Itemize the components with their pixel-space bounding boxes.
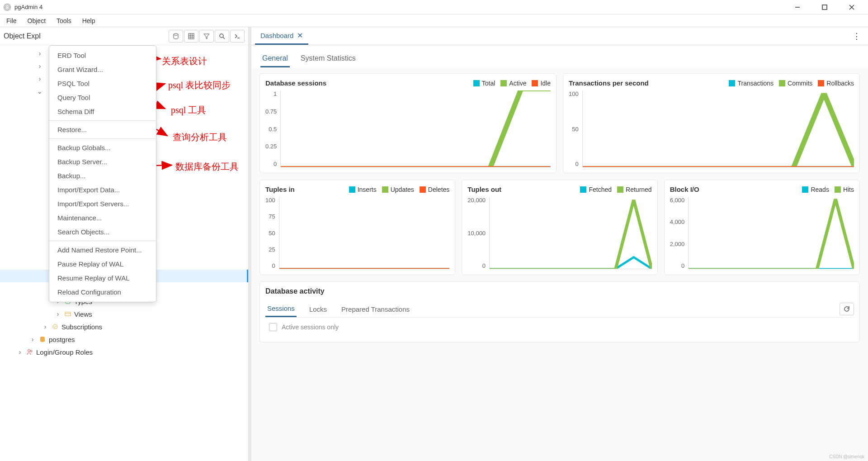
roles-icon — [25, 348, 34, 356]
legend-item: Active — [500, 80, 526, 87]
object-explorer-title: Object Expl — [4, 32, 169, 40]
close-button[interactable] — [843, 2, 861, 13]
menu-object[interactable]: Object — [23, 15, 50, 26]
menu-schema-diff[interactable]: Schema Diff — [49, 105, 156, 119]
activity-title: Database activity — [265, 287, 854, 295]
menu-query-tool[interactable]: Query Tool — [49, 90, 156, 105]
chevron-down-icon[interactable]: ⌄ — [36, 88, 43, 95]
chart-title: Transactions per second — [569, 79, 649, 87]
chevron-right-icon[interactable]: › — [36, 50, 43, 57]
maximize-button[interactable] — [816, 2, 834, 13]
tree-item[interactable]: ›Subscriptions — [0, 320, 248, 333]
menu-tools[interactable]: Tools — [52, 15, 76, 26]
dashboard-panel: Dashboard ✕ ⋮ General System Statistics … — [251, 27, 868, 461]
menu-divider — [49, 138, 156, 139]
active-sessions-checkbox[interactable] — [269, 323, 277, 331]
chart-title: Tuples in — [265, 185, 295, 193]
chevron-icon[interactable]: › — [54, 310, 61, 318]
menu-restore[interactable]: Restore... — [49, 123, 156, 137]
chevron-right-icon[interactable]: › — [36, 62, 43, 70]
legend-item: Transactions — [729, 80, 774, 87]
tree-label: Subscriptions — [61, 323, 102, 331]
chevron-icon[interactable]: › — [16, 348, 24, 356]
menu-pause-wal[interactable]: Pause Replay of WAL — [49, 257, 156, 271]
filter-icon[interactable] — [199, 30, 214, 43]
y-axis: 1007550250 — [265, 197, 279, 269]
chart-tuples_in: Tuples inInsertsUpdatesDeletes1007550250 — [259, 180, 455, 275]
menu-reload-config[interactable]: Reload Configuration — [49, 285, 156, 299]
search-icon[interactable] — [215, 30, 229, 43]
psql-icon[interactable] — [230, 30, 245, 43]
menu-grant-wizard[interactable]: Grant Wizard... — [49, 62, 156, 76]
chart-sessions: Database sessionsTotalActiveIdle10.750.5… — [259, 73, 557, 173]
tree-item[interactable]: ›Views — [0, 308, 248, 320]
menu-resume-wal[interactable]: Resume Replay of WAL — [49, 271, 156, 285]
menu-import-export-servers[interactable]: Import/Export Servers... — [49, 197, 156, 211]
svg-point-25 — [53, 324, 57, 329]
activity-tab-sessions[interactable]: Sessions — [265, 301, 297, 317]
tree-item[interactable]: ›postgres — [0, 333, 248, 346]
chart-title: Database sessions — [265, 79, 326, 87]
tab-dashboard[interactable]: Dashboard ✕ — [255, 28, 308, 45]
svg-rect-23 — [65, 312, 71, 316]
subtab-general[interactable]: General — [260, 51, 290, 67]
object-tree[interactable]: › › › ⌄ ERD Tool Grant Wizard... PSQL To… — [0, 45, 248, 461]
svg-point-11 — [220, 34, 223, 38]
menu-search-objects[interactable]: Search Objects... — [49, 225, 156, 239]
legend-item: Commits — [779, 80, 812, 87]
tree-label: Views — [74, 310, 92, 318]
menu-backup-globals[interactable]: Backup Globals... — [49, 141, 156, 155]
menu-maintenance[interactable]: Maintenance... — [49, 211, 156, 225]
legend-item: Fetched — [580, 186, 612, 193]
svg-point-27 — [28, 350, 30, 352]
legend-item: Updates — [382, 186, 414, 193]
database-icon — [38, 336, 47, 343]
plot-area — [582, 90, 854, 167]
chevron-icon[interactable]: › — [42, 323, 49, 330]
menu-backup-server[interactable]: Backup Server... — [49, 155, 156, 169]
refresh-button[interactable] — [840, 303, 854, 315]
app-icon — [4, 4, 11, 11]
menu-file[interactable]: File — [2, 15, 21, 26]
tools-dropdown-menu: ERD Tool Grant Wizard... PSQL Tool Query… — [49, 45, 156, 302]
menu-psql-tool[interactable]: PSQL Tool — [49, 76, 156, 90]
y-axis: 10.750.50.250 — [265, 90, 280, 167]
legend-item: Idle — [532, 80, 551, 87]
legend-item: Total — [473, 80, 495, 87]
chevron-right-icon[interactable]: › — [36, 75, 43, 82]
legend-item: Reads — [802, 186, 829, 193]
menu-divider — [49, 120, 156, 121]
activity-tab-prepared[interactable]: Prepared Transactions — [340, 302, 411, 317]
y-axis: 100500 — [569, 90, 582, 167]
close-icon[interactable]: ✕ — [297, 31, 303, 40]
chevron-icon[interactable]: › — [29, 336, 36, 343]
object-explorer-panel: Object Expl › › › ⌄ ERD Tool Grant Wizar… — [0, 27, 249, 461]
svg-point-28 — [30, 350, 32, 352]
menu-backup[interactable]: Backup... — [49, 169, 156, 183]
menu-import-export-data[interactable]: Import/Export Data... — [49, 183, 156, 197]
activity-tab-locks[interactable]: Locks — [307, 302, 329, 317]
menu-help[interactable]: Help — [78, 15, 100, 26]
tree-label: postgres — [49, 336, 75, 343]
view-data-icon[interactable] — [184, 30, 198, 43]
minimize-button[interactable] — [788, 2, 807, 13]
svg-rect-2 — [822, 5, 827, 10]
svg-point-0 — [5, 5, 10, 10]
chart-title: Block I/O — [670, 185, 699, 193]
legend-item: Hits — [835, 186, 854, 193]
y-axis: 20,00010,0000 — [467, 197, 489, 269]
legend-item: Inserts — [349, 186, 377, 193]
plot-area — [280, 90, 551, 167]
plot-area — [489, 197, 652, 269]
database-activity-card: Database activity Sessions Locks Prepare… — [259, 281, 860, 342]
menu-add-restore-point[interactable]: Add Named Restore Point... — [49, 243, 156, 257]
view-icon — [63, 310, 72, 318]
query-tool-icon[interactable] — [169, 30, 183, 43]
menu-erd-tool[interactable]: ERD Tool — [49, 48, 156, 62]
chart-tps: Transactions per secondTransactionsCommi… — [563, 73, 860, 173]
chart-block_io: Block I/OReadsHits6,0004,0002,0000 — [664, 180, 860, 275]
kebab-menu-icon[interactable]: ⋮ — [853, 31, 861, 41]
subtab-system-stats[interactable]: System Statistics — [299, 51, 358, 67]
tree-item[interactable]: ›Login/Group Roles — [0, 346, 248, 358]
plot-area — [279, 197, 450, 269]
